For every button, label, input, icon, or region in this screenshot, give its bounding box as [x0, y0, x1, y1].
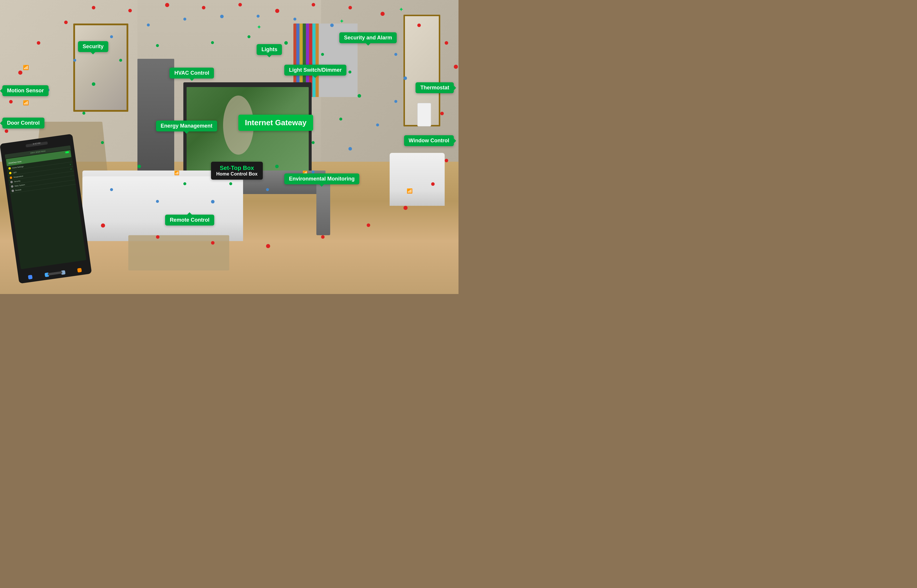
- label-security: Security: [78, 41, 108, 52]
- label-hvac-control: HVAC Control: [170, 68, 214, 79]
- label-energy-management-text: Energy Management: [161, 123, 212, 129]
- phone-menu-dot: [9, 172, 12, 174]
- sofa-white: [83, 176, 243, 241]
- label-environmental-monitoring: Environmental Monitoring: [284, 173, 359, 184]
- label-door-control-text: Door Control: [7, 120, 40, 126]
- label-security-alarm: Security and Alarm: [339, 32, 397, 43]
- label-set-top-box: Set-Top Box Home Control Box: [211, 162, 263, 179]
- phone-menu-label: Home Settings: [12, 166, 24, 169]
- label-window-control: Window Control: [404, 135, 454, 146]
- phone-icon-extra: [77, 268, 82, 273]
- label-motion-sensor: Motion Sensor: [2, 85, 49, 96]
- label-lights: Lights: [257, 44, 282, 55]
- label-remote-control-text: Remote Control: [170, 217, 209, 223]
- phone-menu-dot: [11, 185, 13, 188]
- phone-menu-dot: [8, 167, 11, 170]
- label-light-switch: Light Switch/Dimmer: [284, 65, 347, 76]
- phone-menu-add: +: [70, 163, 71, 166]
- coffee-table: [128, 235, 229, 270]
- label-remote-control: Remote Control: [165, 215, 214, 226]
- label-set-top-box-title: Set-Top Box: [216, 165, 258, 171]
- thermostat-device: [417, 103, 431, 126]
- phone-menu-label: Temperature: [13, 175, 23, 178]
- label-home-control-box: Home Control Box: [216, 171, 258, 177]
- kitchen-area: [138, 59, 174, 176]
- label-environmental-monitoring-text: Environmental Monitoring: [289, 176, 355, 182]
- label-internet-gateway: Internet Gateway: [238, 115, 313, 131]
- phone-menu-label: Light: [13, 171, 17, 174]
- phone-menu-label: Baby System: [15, 184, 25, 187]
- phone-menu-dot: [10, 181, 13, 183]
- label-window-control-text: Window Control: [409, 137, 449, 144]
- label-energy-management: Energy Management: [156, 121, 217, 131]
- label-security-alarm-text: Security and Alarm: [344, 35, 392, 40]
- label-lights-text: Lights: [261, 47, 277, 52]
- phone-menu-label: Security: [14, 180, 20, 183]
- phone-mode-text: WeekDays Away: [8, 160, 21, 164]
- phone-menu-add: +: [70, 168, 72, 171]
- phone-menu-dot: [12, 190, 15, 192]
- label-security-text: Security: [83, 44, 104, 49]
- phone-icon-phone: [28, 275, 33, 279]
- phone-menu-label: Remote: [15, 189, 22, 191]
- label-internet-gateway-text: Internet Gateway: [245, 118, 307, 127]
- label-thermostat-text: Thermostat: [420, 85, 449, 90]
- phone-menu-dot: [10, 176, 12, 179]
- label-door-control: Door Control: [2, 118, 44, 128]
- label-hvac-control-text: HVAC Control: [174, 70, 209, 76]
- sofa-right: [390, 153, 445, 206]
- smartphone-screen: John's Smart Home WeekDays Away Home Set…: [5, 145, 86, 269]
- wall-painting: [73, 24, 128, 112]
- label-light-switch-text: Light Switch/Dimmer: [289, 67, 342, 73]
- phone-toggle: [65, 152, 69, 154]
- label-thermostat: Thermostat: [416, 82, 454, 93]
- label-motion-sensor-text: Motion Sensor: [7, 87, 44, 94]
